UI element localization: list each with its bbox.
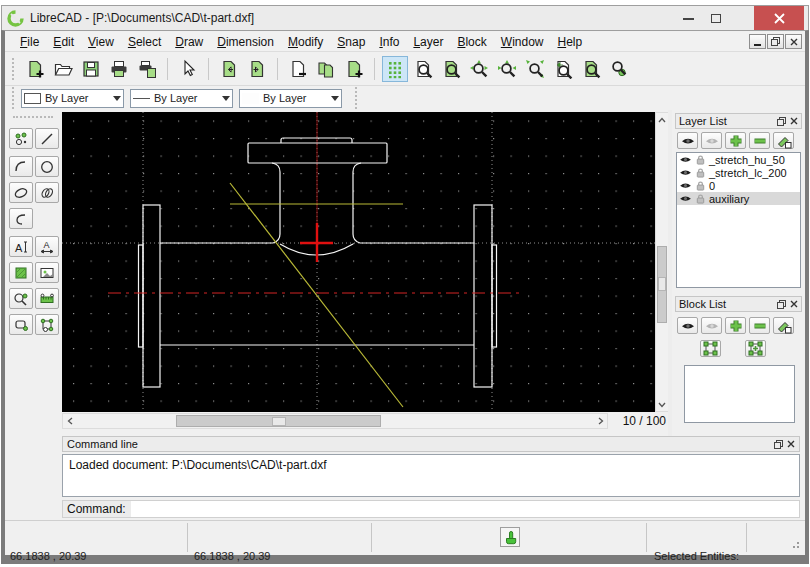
close-panel-icon[interactable] xyxy=(787,440,795,448)
points-tool-button[interactable] xyxy=(9,128,33,149)
remove-layer-button[interactable] xyxy=(749,132,770,149)
zoom-in-button[interactable] xyxy=(494,56,520,82)
undo-button[interactable] xyxy=(216,56,242,82)
edit-block-pen-button[interactable] xyxy=(773,317,794,334)
menu-modify[interactable]: Modify xyxy=(281,33,330,51)
tools-drag-handle[interactable] xyxy=(13,116,53,119)
menu-help[interactable]: Help xyxy=(550,33,589,51)
select-pointer-button[interactable] xyxy=(175,56,201,82)
text-tool-button[interactable]: A xyxy=(9,236,33,257)
arc-tool-button[interactable] xyxy=(9,156,33,177)
layer-visible-eye-icon[interactable] xyxy=(679,181,692,190)
menu-snap[interactable]: Snap xyxy=(330,33,372,51)
horizontal-scrollbar[interactable] xyxy=(62,413,608,429)
polyline-tool-button[interactable] xyxy=(9,208,33,229)
color-combobox[interactable]: By Layer xyxy=(21,89,124,108)
horizontal-scroll-thumb[interactable] xyxy=(176,415,381,427)
ruler-tool-button[interactable] xyxy=(35,288,59,309)
mdi-restore-button[interactable] xyxy=(767,34,784,49)
command-line-header[interactable]: Command line xyxy=(62,436,800,452)
resize-grip[interactable] xyxy=(790,539,799,548)
scroll-left-arrow-icon[interactable] xyxy=(63,414,76,428)
action-hand-button[interactable] xyxy=(500,527,520,547)
ellipse-arc-tool-button[interactable] xyxy=(35,182,59,203)
save-document-button[interactable] xyxy=(78,56,104,82)
hide-all-blocks-button[interactable] xyxy=(701,317,722,334)
minimize-button[interactable] xyxy=(674,6,702,31)
show-all-blocks-button[interactable] xyxy=(677,317,698,334)
menu-view[interactable]: View xyxy=(81,33,121,51)
scroll-down-arrow-icon[interactable] xyxy=(656,398,668,411)
float-panel-icon[interactable] xyxy=(774,440,783,449)
layer-list-header[interactable]: Layer List xyxy=(675,113,802,129)
float-panel-icon[interactable] xyxy=(777,300,786,309)
grid-toggle-button[interactable] xyxy=(382,56,408,82)
menu-edit[interactable]: Edit xyxy=(46,33,81,51)
pen-toolbar-drag-handle[interactable] xyxy=(12,87,16,109)
layer-visible-eye-icon[interactable] xyxy=(679,155,692,164)
layer-visible-eye-icon[interactable] xyxy=(679,168,692,177)
zoom-fit-page-button[interactable] xyxy=(438,56,464,82)
edit-layer-button[interactable] xyxy=(773,132,794,149)
layer-row[interactable]: _stretch_hu_50 xyxy=(677,153,800,166)
remove-block-button[interactable] xyxy=(749,317,770,334)
menu-block[interactable]: Block xyxy=(450,33,493,51)
close-panel-icon[interactable] xyxy=(790,117,798,125)
circle-tool-button[interactable] xyxy=(35,156,59,177)
copy-button[interactable] xyxy=(313,56,339,82)
line-tool-button[interactable] xyxy=(35,128,59,149)
zoom-auto-button[interactable] xyxy=(522,56,548,82)
zoom-out-button[interactable] xyxy=(466,56,492,82)
layer-list[interactable]: _stretch_hu_50 _stretch_lc_200 0 xyxy=(676,152,801,288)
close-document-button[interactable] xyxy=(285,56,311,82)
print-button[interactable] xyxy=(106,56,132,82)
close-button[interactable] xyxy=(754,6,804,31)
zoom-previous-button[interactable] xyxy=(550,56,576,82)
hide-all-layers-button[interactable] xyxy=(701,132,722,149)
redo-button[interactable] xyxy=(244,56,270,82)
line-type-combobox[interactable]: By Layer xyxy=(239,89,342,108)
menu-draw[interactable]: Draw xyxy=(168,33,210,51)
menu-info[interactable]: Info xyxy=(372,33,406,51)
block-list[interactable] xyxy=(684,365,795,423)
menu-window[interactable]: Window xyxy=(494,33,551,51)
block-list-header[interactable]: Block List xyxy=(675,296,802,312)
open-document-button[interactable] xyxy=(50,56,76,82)
layer-row-selected[interactable]: auxiliary xyxy=(677,192,800,205)
maximize-button[interactable] xyxy=(702,6,730,31)
ellipse-tool-button[interactable] xyxy=(9,182,33,203)
mdi-minimize-button[interactable] xyxy=(749,34,766,49)
menu-dimension[interactable]: Dimension xyxy=(210,33,281,51)
show-all-layers-button[interactable] xyxy=(677,132,698,149)
layer-lock-icon[interactable] xyxy=(695,193,706,204)
mdi-close-button[interactable] xyxy=(785,34,802,49)
block-tool-button[interactable] xyxy=(9,314,33,335)
vertical-scroll-thumb[interactable] xyxy=(657,246,667,323)
layer-row[interactable]: _stretch_lc_200 xyxy=(677,166,800,179)
zoom-window-button[interactable] xyxy=(578,56,604,82)
zoom-pan-button[interactable] xyxy=(606,56,632,82)
layer-lock-icon[interactable] xyxy=(695,154,706,165)
cad-drawing-canvas[interactable] xyxy=(62,112,655,412)
insert-block-button[interactable] xyxy=(745,340,766,357)
dimension-tool-button[interactable]: A xyxy=(35,236,59,257)
image-tool-button[interactable] xyxy=(35,262,59,283)
menu-select[interactable]: Select xyxy=(121,33,168,51)
vertical-scrollbar[interactable] xyxy=(655,112,669,412)
layer-visible-eye-icon[interactable] xyxy=(679,194,692,203)
float-panel-icon[interactable] xyxy=(777,117,786,126)
pen-toolbar-end-handle[interactable] xyxy=(355,87,359,109)
paste-button[interactable] xyxy=(341,56,367,82)
zoom-document-button[interactable] xyxy=(410,56,436,82)
new-document-button[interactable] xyxy=(22,56,48,82)
close-panel-icon[interactable] xyxy=(790,300,798,308)
measure-tool-button[interactable] xyxy=(9,288,33,309)
line-width-combobox[interactable]: By Layer xyxy=(130,89,233,108)
command-input[interactable] xyxy=(131,501,799,517)
menu-file[interactable]: File xyxy=(13,33,46,51)
add-block-button[interactable] xyxy=(725,317,746,334)
layer-lock-icon[interactable] xyxy=(695,167,706,178)
print-preview-button[interactable] xyxy=(134,56,160,82)
layer-lock-icon[interactable] xyxy=(695,180,706,191)
scroll-up-arrow-icon[interactable] xyxy=(656,113,668,126)
